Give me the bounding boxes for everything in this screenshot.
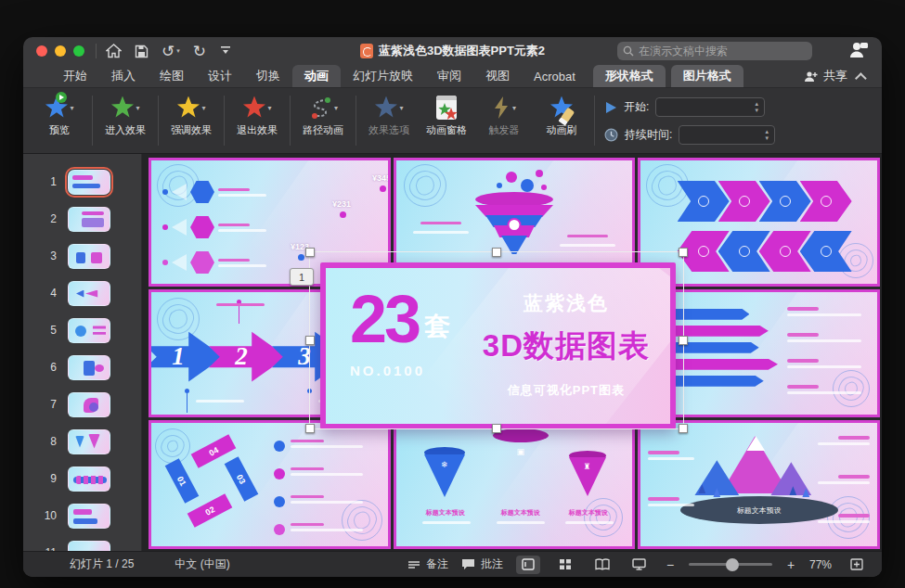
duration-stepper[interactable]: ▲▼ (759, 126, 774, 144)
thumbnail-slide-8[interactable]: 8 (23, 423, 141, 460)
entrance-star-icon (110, 96, 134, 120)
search-box[interactable] (617, 42, 812, 60)
tab-design[interactable]: 设计 (196, 65, 244, 87)
handle-bottom-left[interactable] (305, 424, 315, 433)
duration-combobox[interactable]: ▲▼ (679, 125, 775, 145)
search-icon (623, 45, 634, 57)
slide-thumbnail-panel[interactable]: 1 2 3 4 5 6 7 8 9 10 11 (23, 154, 142, 551)
fit-slide-button[interactable] (845, 556, 869, 574)
handle-top-right[interactable] (679, 248, 688, 257)
thumbnail-slide-5[interactable]: 5 (23, 312, 141, 349)
tab-slideshow[interactable]: 幻灯片放映 (341, 65, 425, 87)
comments-button[interactable]: 批注 (461, 556, 503, 572)
tab-animations[interactable]: 动画 (292, 65, 341, 87)
tab-transitions[interactable]: 切换 (244, 65, 292, 87)
thumbnail-slide-10[interactable]: 10 (23, 497, 141, 534)
reading-view-button[interactable] (590, 556, 614, 574)
exit-star-icon (242, 96, 265, 120)
mini-slide-mountain: 标题文本预设 (638, 420, 880, 549)
language-indicator[interactable]: 中文 (中国) (175, 556, 229, 572)
home-button[interactable] (106, 44, 122, 58)
save-button[interactable] (135, 45, 149, 58)
motion-path-button[interactable]: ▾ 路径动画 (294, 94, 352, 135)
entrance-effect-button[interactable]: ▾ 进入效果 (97, 94, 154, 135)
trigger-button[interactable]: ▾ 触发器 (475, 94, 533, 135)
redo-button[interactable]: ↻ (193, 44, 206, 59)
account-avatar-icon[interactable] (848, 40, 869, 64)
tab-review[interactable]: 审阅 (425, 65, 473, 87)
traffic-lights (23, 45, 96, 57)
powerpoint-doc-icon (360, 44, 373, 58)
collapse-ribbon-icon[interactable] (855, 72, 867, 84)
mountain-base: 标题文本预设 (680, 496, 838, 524)
mini-slide-stairs: 04 03 02 01 (149, 420, 391, 549)
slide-sorter-icon (559, 558, 572, 570)
undo-button[interactable]: ↺ ▾ (162, 44, 180, 59)
zoom-percentage[interactable]: 77% (809, 558, 832, 571)
card-subtitle: 蓝紫浅色 (483, 290, 650, 316)
handle-bottom-mid[interactable] (492, 424, 501, 433)
thumbnail-slide-2[interactable]: 2 (23, 200, 141, 237)
slide-counter: 幻灯片 1 / 25 (70, 556, 134, 572)
ribbon-tab-bar: 开始 插入 绘图 设计 切换 动画 幻灯片放映 审阅 视图 Acrobat 形状… (23, 65, 882, 87)
tab-acrobat[interactable]: Acrobat (522, 65, 588, 87)
editing-canvas[interactable]: ¥123 ¥231 ¥345 (142, 154, 882, 551)
animation-order-badge[interactable]: 1 (290, 268, 314, 286)
animation-pane-button[interactable]: 动画窗格 (418, 94, 475, 135)
tab-view[interactable]: 视图 (473, 65, 522, 87)
start-label: 开始: (624, 99, 649, 115)
effect-options-star-icon (374, 96, 397, 120)
thumbnail-slide-4[interactable]: 4 (23, 275, 141, 312)
share-button[interactable]: 共享 (804, 68, 847, 84)
start-combobox[interactable]: ▲▼ (655, 97, 765, 117)
preview-button[interactable]: ▾ 预览 (31, 94, 88, 135)
tab-draw[interactable]: 绘图 (148, 65, 196, 87)
tab-picture-format[interactable]: 图片格式 (671, 65, 743, 87)
animation-painter-button[interactable]: 动画刷 (533, 94, 590, 135)
animation-pane-icon (436, 96, 457, 120)
handle-mid-right[interactable] (679, 336, 688, 345)
slide-1-canvas[interactable]: ¥123 ¥231 ¥345 (149, 158, 880, 549)
thumbnail-slide-11[interactable]: 11 (23, 534, 141, 551)
close-button[interactable] (36, 45, 47, 57)
notes-button[interactable]: 备注 (407, 556, 448, 572)
tab-shape-format[interactable]: 形状格式 (593, 65, 666, 87)
fit-slide-icon (850, 558, 863, 570)
card-code: NO.0100 (350, 363, 450, 378)
zoom-window-button[interactable] (73, 45, 84, 57)
tab-home[interactable]: 开始 (51, 65, 99, 87)
slideshow-button[interactable] (627, 556, 652, 574)
normal-view-button[interactable] (516, 556, 540, 574)
normal-view-icon (522, 558, 535, 570)
thumbnail-slide-6[interactable]: 6 (23, 349, 141, 386)
title-bar: ↺ ▾ ↻ 蓝紫浅色3D数据图表PPT元素2 (23, 37, 882, 65)
thumbnail-slide-1[interactable]: 1 (23, 163, 141, 200)
zoom-slider-thumb[interactable] (726, 558, 739, 571)
customize-toolbar-button[interactable] (219, 45, 232, 57)
play-badge-icon (56, 92, 67, 103)
mini-slide-cones: ❄ ▣ ♜ 标题文本预设 标题文本预设 标题文本预设 (394, 420, 636, 549)
zoom-in-button[interactable]: + (785, 557, 796, 572)
card-unit: 套 (424, 309, 450, 344)
slide-sorter-view-button[interactable] (553, 556, 577, 574)
handle-top-mid[interactable] (492, 248, 501, 257)
minimize-button[interactable] (55, 45, 66, 57)
start-stepper[interactable]: ▲▼ (749, 98, 764, 116)
tab-insert[interactable]: 插入 (99, 65, 148, 87)
handle-bottom-right[interactable] (679, 424, 688, 433)
card-count: 23 (350, 288, 419, 350)
title-card[interactable]: 23 套 NO.0100 蓝紫浅色 3D数据图表 信息可视化PPT图表 (320, 262, 676, 429)
undo-caret-icon[interactable]: ▾ (176, 47, 180, 55)
handle-top-left[interactable] (305, 248, 315, 257)
thumbnail-slide-7[interactable]: 7 (23, 386, 141, 423)
content-area: 1 2 3 4 5 6 7 8 9 10 11 (23, 154, 882, 551)
search-input[interactable] (639, 45, 807, 58)
handle-mid-left[interactable] (305, 336, 315, 345)
thumbnail-slide-3[interactable]: 3 (23, 237, 141, 275)
thumbnail-slide-9[interactable]: 9 (23, 460, 141, 497)
zoom-out-button[interactable]: − (665, 557, 676, 572)
emphasis-effect-button[interactable]: ▾ 强调效果 (162, 94, 220, 135)
exit-effect-button[interactable]: ▾ 退出效果 (228, 94, 286, 135)
effect-options-button[interactable]: ▾ 效果选项 (360, 94, 418, 135)
zoom-slider[interactable] (689, 563, 772, 566)
